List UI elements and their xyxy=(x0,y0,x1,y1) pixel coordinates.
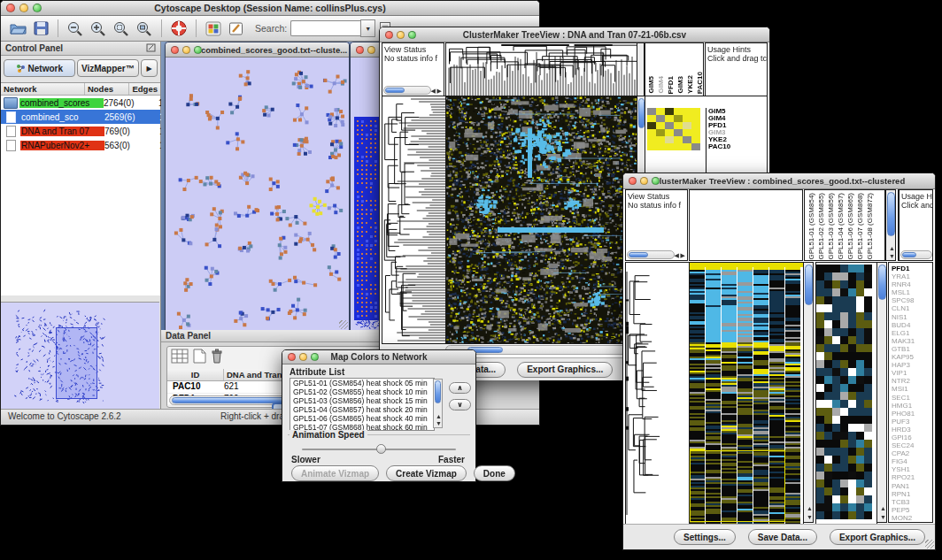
matrix-cell[interactable] xyxy=(683,108,691,115)
attribute-list-item[interactable]: GPL51-06 (GSM865) heat shock 40 min xyxy=(290,414,434,423)
gene-label[interactable]: PEP5 xyxy=(892,506,932,514)
close-button[interactable] xyxy=(356,46,364,54)
minimize-button[interactable] xyxy=(640,177,648,185)
scroll-right-icon[interactable]: ▶ xyxy=(437,88,442,94)
minimize-button[interactable] xyxy=(182,46,190,54)
tv2-gene-list[interactable]: PFD1YRA1RNR4MSL1SPC98CLN1NIS1BUD4ELG1MAK… xyxy=(889,263,932,522)
tv1-row-dendrogram[interactable] xyxy=(382,96,446,344)
close-button[interactable] xyxy=(288,353,296,361)
zoom-window-button[interactable] xyxy=(652,177,660,185)
matrix-cell[interactable] xyxy=(665,115,674,122)
network-table-row[interactable]: combined_sco2569(6)13112(15) xyxy=(1,110,160,124)
matrix-cell[interactable] xyxy=(656,108,665,115)
matrix-cell[interactable] xyxy=(683,143,691,150)
gene-label[interactable]: CLN1 xyxy=(892,304,932,312)
zoom-window-button[interactable] xyxy=(408,31,416,39)
new-attribute-icon[interactable] xyxy=(193,349,206,367)
scroll-down-icon[interactable]: ▼ xyxy=(889,253,895,259)
matrix-cell[interactable] xyxy=(647,122,656,129)
tv1-heatmap-canvas[interactable] xyxy=(445,96,637,344)
matrix-cell[interactable] xyxy=(656,143,665,150)
scroll-up-icon[interactable]: ▲ xyxy=(807,505,813,511)
network-view-titlebar[interactable]: combined_scores_good.txt--cluste... xyxy=(166,42,349,58)
tv2-detail-vscrollbar[interactable]: ▲ ▼ xyxy=(876,262,887,523)
map-create-vizmap[interactable]: Create Vizmap xyxy=(386,465,467,481)
gene-label[interactable]: YSH1 xyxy=(892,465,932,473)
move-up-button[interactable]: ∧ xyxy=(449,382,471,394)
matrix-cell[interactable] xyxy=(674,129,683,136)
gene-label[interactable]: KAP95 xyxy=(892,353,932,361)
matrix-cell[interactable] xyxy=(683,115,691,122)
float-panel-icon[interactable] xyxy=(146,43,156,54)
gene-label[interactable]: MSL1 xyxy=(892,288,932,296)
treeview1-titlebar[interactable]: ClusterMaker TreeView : DNA and Tran 07-… xyxy=(380,27,769,42)
zoom-window-button[interactable] xyxy=(194,46,202,54)
matrix-cell[interactable] xyxy=(665,143,674,150)
matrix-cell[interactable] xyxy=(691,136,700,143)
tv2-labels-vscrollbar[interactable]: ▲ ▼ xyxy=(885,189,896,261)
gene-label[interactable]: NTR2 xyxy=(892,377,932,385)
network-table-row[interactable]: RNAPuberNov2+563(0)107847(0) xyxy=(1,138,160,152)
scroll-up-icon[interactable]: ▲ xyxy=(436,413,442,419)
save-icon[interactable] xyxy=(30,19,51,38)
tv1-export-graphics[interactable]: Export Graphics... xyxy=(517,362,613,378)
tv2-export-graphics[interactable]: Export Graphics... xyxy=(830,529,925,545)
data-column-id[interactable]: ID xyxy=(167,369,224,380)
gene-label[interactable]: PHO81 xyxy=(892,410,932,418)
matrix-cell[interactable] xyxy=(647,129,656,136)
tv1-column-dendrogram[interactable] xyxy=(445,42,637,96)
matrix-cell[interactable] xyxy=(674,136,683,143)
matrix-cell[interactable] xyxy=(674,122,683,129)
gene-label[interactable]: HMG1 xyxy=(892,402,932,410)
zoom-window-button[interactable] xyxy=(311,353,319,361)
close-button[interactable] xyxy=(385,31,393,39)
scroll-down-icon[interactable]: ▼ xyxy=(807,514,813,520)
matrix-cell[interactable] xyxy=(691,143,700,150)
attribute-list[interactable]: GPL51-01 (GSM854) heat shock 05 minGPL51… xyxy=(290,378,435,431)
scroll-up-icon[interactable]: ▲ xyxy=(889,245,895,251)
matrix-cell[interactable] xyxy=(665,129,674,136)
gene-label[interactable]: NIS1 xyxy=(892,313,932,321)
gene-label[interactable]: MSI1 xyxy=(892,385,932,393)
gene-label[interactable]: PAN1 xyxy=(892,482,932,490)
scroll-down-icon[interactable]: ▼ xyxy=(436,420,442,426)
gene-label[interactable]: GTB1 xyxy=(892,345,932,353)
animation-speed-slider[interactable] xyxy=(302,445,456,454)
resize-grip[interactable] xyxy=(925,540,934,548)
gene-label[interactable]: CPA2 xyxy=(892,449,932,457)
gene-label[interactable]: RPO21 xyxy=(892,473,932,481)
gene-label[interactable]: RNR4 xyxy=(892,280,932,288)
map-animate-vizmap[interactable]: Animate Vizmap xyxy=(291,465,379,481)
matrix-cell[interactable] xyxy=(647,143,656,150)
zoom-fit-icon[interactable] xyxy=(134,19,155,38)
tab-vizmapper[interactable]: VizMapper™ xyxy=(77,59,139,77)
gene-label[interactable]: SEC24 xyxy=(892,441,932,449)
gene-label[interactable]: SPC98 xyxy=(892,296,932,304)
gene-label[interactable]: HRD3 xyxy=(892,426,932,433)
tv2-status-hscrollbar[interactable] xyxy=(627,250,675,259)
gene-label[interactable]: BUD4 xyxy=(892,321,932,329)
matrix-cell[interactable] xyxy=(656,115,665,122)
gene-label[interactable]: FIG4 xyxy=(892,457,932,465)
scroll-down-icon[interactable]: ▼ xyxy=(880,514,886,520)
matrix-cell[interactable] xyxy=(691,122,700,129)
scroll-left-icon[interactable]: ◀ xyxy=(675,252,679,258)
minimize-button[interactable] xyxy=(299,353,307,361)
network-canvas[interactable] xyxy=(166,58,347,329)
tv2-heatmap-vscrollbar[interactable]: ▲ ▼ xyxy=(803,262,814,523)
matrix-cell[interactable] xyxy=(691,129,700,136)
matrix-cell[interactable] xyxy=(665,136,674,143)
zoom-window-button[interactable] xyxy=(33,4,42,12)
matrix-cell[interactable] xyxy=(674,108,683,115)
tv2-detail-heatmap[interactable] xyxy=(815,262,877,525)
gene-label[interactable]: PFD1 xyxy=(892,265,932,272)
matrix-cell[interactable] xyxy=(656,122,665,129)
close-button[interactable] xyxy=(629,177,637,185)
matrix-cell[interactable] xyxy=(647,108,656,115)
gene-label[interactable]: HAP3 xyxy=(892,361,932,369)
gene-label[interactable]: MAK31 xyxy=(892,337,932,345)
matrix-cell[interactable] xyxy=(691,108,700,115)
tv2-heatmap-canvas[interactable] xyxy=(689,262,804,525)
attribute-list-item[interactable]: GPL51-02 (GSM855) heat shock 10 min xyxy=(290,387,434,396)
scroll-up-icon[interactable]: ▲ xyxy=(880,505,886,511)
